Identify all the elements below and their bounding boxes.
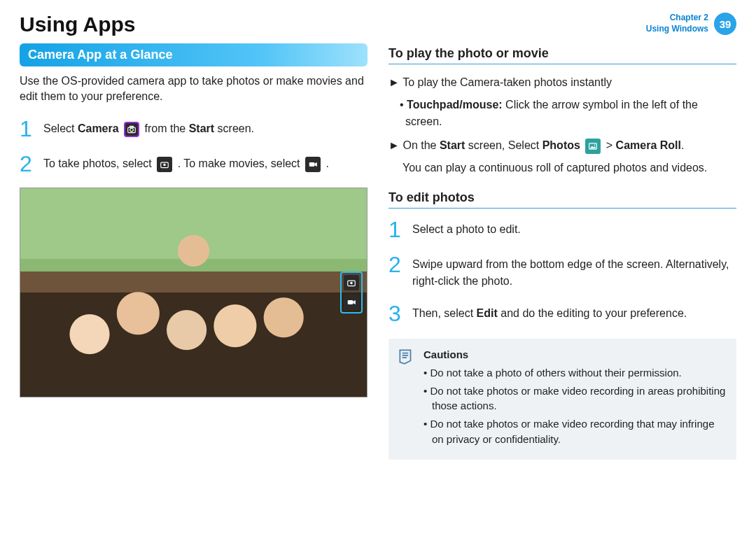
step-text: Swipe upward from the bottom edge of the… [412,253,736,290]
step-number: 1 [20,118,35,140]
step-number: 2 [20,153,35,175]
triangle-bullet-icon: ► [388,74,400,91]
step-2: 2 To take photos, select . To make movie… [20,153,368,175]
edit-section: To edit photos 1 Select a photo to edit.… [388,190,736,325]
svg-point-13 [594,144,596,146]
note-icon [397,347,415,365]
triangle-bullet-icon: ► [388,137,400,154]
play-item-2: ► On the Start screen, Select Photos > C… [388,137,736,154]
camera-controls-overlay [340,271,363,313]
step-text: To take photos, select . To make movies,… [43,153,329,172]
svg-point-4 [163,163,166,166]
edit-step-2: 2 Swipe upward from the bottom edge of t… [388,253,736,290]
photo-mode-icon [344,275,359,290]
step-1: 1 Select Camera from the Start screen. [20,118,368,140]
step-number: 3 [388,302,404,325]
play-item-1-detail: • Touchpad/mouse: Click the arrow symbol… [388,97,736,130]
step-number: 2 [388,253,404,276]
svg-point-1 [130,128,134,132]
camera-app-icon [124,122,139,137]
video-mode-icon [305,157,321,172]
chapter-label: Chapter 2 [646,13,708,24]
caution-item: Do not take photos or make video recordi… [424,416,727,447]
intro-paragraph: Use the OS-provided camera app to take p… [20,73,368,105]
step-text: Select a photo to edit. [412,218,521,238]
page-number-badge: 39 [714,13,736,35]
chapter-info: Chapter 2 Using Windows 39 [646,13,736,35]
step-number: 1 [388,218,404,241]
step-text: Select Camera from the Start screen. [43,118,254,137]
svg-marker-6 [314,162,317,167]
play-item-1: ► To play the Camera-taken photos instan… [388,74,736,91]
page-header: Using Apps Chapter 2 Using Windows 39 [20,13,736,36]
cautions-list: Do not take a photo of others without th… [424,365,727,447]
cautions-title: Cautions [424,347,727,362]
chapter-section: Using Windows [646,24,708,35]
camera-app-screenshot [20,188,368,397]
svg-rect-2 [130,126,134,127]
edit-step-1: 1 Select a photo to edit. [388,218,736,241]
svg-marker-10 [353,300,356,304]
section-heading: Camera App at a Glance [20,43,368,66]
manual-page: Using Apps Chapter 2 Using Windows 39 Ca… [0,0,756,474]
play-item-2-detail: You can play a continuous roll of captur… [388,160,736,176]
step-text: Then, select Edit and do the editing to … [412,302,687,322]
cautions-box: Cautions Do not take a photo of others w… [388,339,736,460]
video-mode-icon [344,295,359,310]
svg-rect-5 [309,162,315,167]
photos-app-icon [585,139,601,154]
content-columns: Camera App at a Glance Use the OS-provid… [20,43,736,460]
svg-point-8 [350,282,353,285]
chapter-text: Chapter 2 Using Windows [646,13,708,34]
caution-item: Do not take a photo of others without th… [424,365,727,381]
subheading: To play the photo or movie [388,46,736,64]
subheading: To edit photos [388,190,736,209]
page-title: Using Apps [20,13,136,36]
edit-step-3: 3 Then, select Edit and do the editing t… [388,302,736,325]
left-column: Camera App at a Glance Use the OS-provid… [20,43,368,460]
svg-marker-12 [590,146,596,148]
photo-mode-icon [157,157,172,172]
play-section: To play the photo or movie ► To play the… [388,46,736,176]
caution-item: Do not take photos or make video recordi… [424,383,727,414]
right-column: To play the photo or movie ► To play the… [388,43,736,460]
svg-rect-9 [348,300,354,304]
